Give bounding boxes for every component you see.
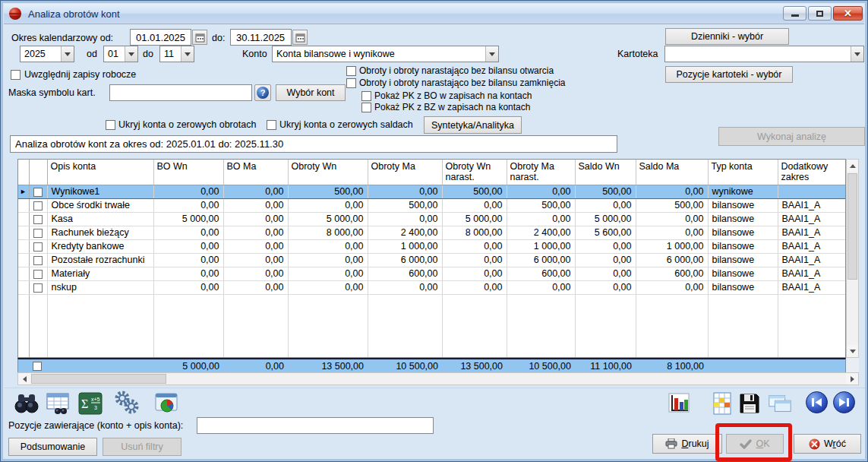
table-row[interactable]: Rachunek bieżący0,000,008 000,002 400,00… [18,226,845,239]
ukryj-zerowe-salda-checkbox[interactable] [267,120,276,130]
syntetyka-analityka-button[interactable]: Syntetyka/Analityka [424,116,522,134]
month-to-select[interactable]: 11 [159,46,194,62]
cell-opis: Materiały [47,267,153,280]
zapisy-robocze-checkbox[interactable] [11,70,21,80]
pokaz-pk-bo-checkbox[interactable] [361,91,371,101]
checkbox-column-header [29,160,47,185]
cell-value: 0,00 [575,198,636,212]
maska-input[interactable] [109,84,252,101]
konto-select[interactable]: Konta bilansowe i wynikowe [272,46,499,62]
summary-row: 5 000,00 0,00 13 500,00 10 500,00 13 500… [17,358,846,372]
analysis-title-input[interactable] [10,135,617,153]
chevron-down-icon[interactable] [125,46,137,62]
table-row[interactable]: ►Wynikowe10,000,00500,000,00500,000,0050… [18,185,845,198]
column-header-dodatkowy-zakres[interactable]: Dodatkowy zakres [778,160,845,185]
row-checkbox[interactable] [33,256,43,265]
chevron-down-icon[interactable] [485,46,498,62]
cell-dodatkowy [778,185,845,198]
formula-toolbar-button[interactable]: Σ x+5 3 [77,391,104,416]
scroll-down-button[interactable] [847,345,858,357]
cell-value: 0,00 [368,212,442,226]
window-title: Analiza obrotów kont [28,8,120,20]
scroll-left-button[interactable] [18,373,30,384]
row-checkbox[interactable] [33,188,43,197]
table-row[interactable]: Kasa5 000,000,005 000,000,005 000,000,00… [18,212,845,226]
pokaz-pk-bz-checkbox[interactable] [361,103,371,112]
bez-bilansu-zamkniecia-checkbox[interactable] [346,78,356,88]
column-header-bo-wn[interactable]: BO Wn [153,160,223,185]
scroll-right-button[interactable] [846,373,858,384]
row-checkbox[interactable] [33,229,43,238]
vertical-scrollbar[interactable] [846,159,859,358]
chevron-down-icon[interactable] [61,46,74,62]
row-checkbox[interactable] [33,270,43,279]
cell-value: 0,00 [223,185,288,198]
row-checkbox[interactable] [33,283,43,293]
column-header-obroty-ma-narast[interactable]: Obroty Ma narast. [507,160,575,185]
horizontal-scrollbar[interactable] [17,372,859,385]
dzienniki-wybor-button[interactable]: Dzienniki - wybór [665,28,789,45]
close-button[interactable]: ✕ [833,6,863,21]
copy-view-toolbar-button[interactable] [766,391,794,416]
pozycje-kartoteki-wybor-button[interactable]: Pozycje kartoteki - wybór [665,66,793,83]
date-to-field[interactable]: 30.11.2025 [230,29,292,46]
maximize-button[interactable] [808,6,832,21]
column-header-obroty-wn-narast[interactable]: Obroty Wn narast. [442,160,507,185]
nav-first-button[interactable] [804,390,829,415]
ukryj-zerowe-salda-label: Ukryj konta o zerowych saldach [279,119,413,130]
ukryj-zerowe-obroty-checkbox[interactable] [106,120,115,130]
help-button[interactable]: ? [254,84,271,101]
month-from-label: od [87,49,97,59]
date-to-calendar-button[interactable] [292,30,308,45]
scroll-up-button[interactable] [847,160,858,172]
search-toolbar-button[interactable] [13,390,40,415]
column-header-saldo-wn[interactable]: Saldo Wn [575,160,636,185]
summary-checkbox[interactable] [33,362,42,371]
column-header-obroty-ma[interactable]: Obroty Ma [368,160,442,185]
table-row[interactable]: Kredyty bankowe0,000,000,001 000,000,001… [18,239,845,253]
wybor-kont-button[interactable]: Wybór kont [276,84,346,101]
table-row[interactable]: Materiały0,000,000,00600,000,00600,000,0… [18,267,845,280]
table-row[interactable]: Pozostałe rozrachunki0,000,000,006 000,0… [18,253,845,267]
filter-input[interactable] [197,417,434,434]
row-checkbox[interactable] [33,242,43,252]
cell-typ: bilansowe [708,212,778,226]
wykonaj-analize-button[interactable]: Wykonaj analizę [718,127,865,146]
podsumowanie-button[interactable]: Podsumowanie [8,438,97,456]
vertical-scroll-thumb[interactable] [847,173,857,280]
ok-button[interactable]: OK [726,434,784,454]
column-header-opis[interactable]: Opis konta [47,160,153,185]
row-checkbox[interactable] [33,201,43,210]
chevron-down-icon[interactable] [851,46,863,62]
year-select[interactable]: 2025 [20,46,74,62]
report-toolbar-button[interactable] [153,391,180,416]
column-header-typ-konta[interactable]: Typ konta [708,160,778,185]
column-header-bo-ma[interactable]: BO Ma [223,160,288,185]
bez-bilansu-otwarcia-checkbox[interactable] [346,66,356,76]
column-header-obroty-wn[interactable]: Obroty Wn [288,160,368,185]
save-toolbar-button[interactable] [736,391,763,416]
nav-last-button[interactable] [832,390,857,415]
table-row[interactable]: nskup0,000,000,000,000,000,000,000,00bil… [18,280,845,294]
search-in-table-toolbar-button[interactable] [45,391,72,416]
date-from-calendar-button[interactable] [192,30,207,45]
horizontal-scroll-thumb[interactable] [31,374,166,384]
cell-opis: nskup [47,280,153,294]
cell-value: 500,00 [575,185,636,198]
column-header-saldo-ma[interactable]: Saldo Ma [636,160,708,185]
table-row[interactable]: Obce środki trwałe0,000,000,00500,000,00… [18,198,845,212]
row-checkbox[interactable] [33,215,43,224]
wroc-button[interactable]: Wróć [794,434,861,454]
export-spreadsheet-toolbar-button[interactable] [709,391,736,416]
month-from-select[interactable]: 01 [103,46,138,62]
minimize-button[interactable] [783,6,806,21]
drukuj-button[interactable]: Drukuj [652,434,722,454]
date-from-field[interactable]: 01.01.2025 [130,29,191,46]
settings-toolbar-button[interactable] [113,390,140,415]
cell-value: 0,00 [368,280,442,294]
chevron-down-icon[interactable] [181,46,194,62]
cell-value: 0,00 [288,253,368,267]
kartoteka-select[interactable] [664,46,864,62]
chart-toolbar-button[interactable] [666,391,693,416]
usun-filtry-button[interactable]: Usuń filtry [103,438,181,456]
